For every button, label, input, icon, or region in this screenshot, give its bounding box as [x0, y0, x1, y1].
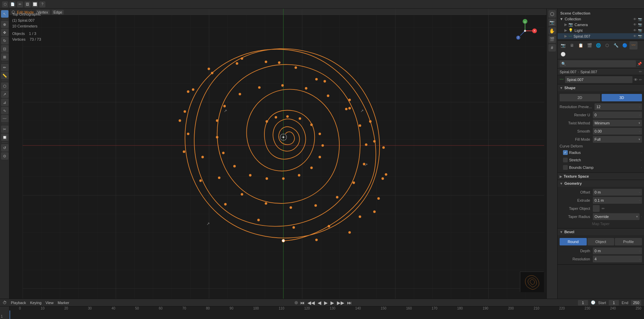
timeline-body[interactable]: 0 10 20 30 40 50 60 70 80 90 100 110 120… — [0, 306, 644, 319]
breadcrumb-item2[interactable]: Spiral.007 — [580, 70, 597, 74]
tool-knife[interactable]: ✂ — [1, 125, 8, 133]
topbar-edit[interactable]: ✏ — [17, 1, 23, 7]
skip-end-btn[interactable]: ⏭ — [346, 300, 353, 305]
geometry-section-header[interactable]: ▼ Geometry — [558, 180, 644, 187]
end-frame-display[interactable]: 250 — [631, 300, 641, 305]
tool-smooth-vertex[interactable]: ⊙ — [1, 152, 8, 160]
stretch-checkbox[interactable] — [563, 158, 568, 162]
tool-extrude[interactable]: ↗ — [1, 91, 8, 98]
tool-transform[interactable]: ⊞ — [1, 53, 8, 61]
taper-object-edit[interactable]: ✏ — [602, 206, 605, 211]
camera-vis-icon[interactable]: 👁 — [633, 23, 637, 26]
play-dot[interactable] — [295, 301, 298, 304]
properties-pin-icon[interactable]: 📌 — [637, 62, 642, 66]
tool-poly-build[interactable]: 🔲 — [1, 134, 8, 141]
prop-icon-view-layer[interactable]: 📋 — [577, 41, 585, 49]
bounds-clamp-checkbox[interactable] — [563, 165, 568, 170]
radius-checkbox[interactable]: ✓ — [563, 150, 568, 155]
viewport-tool-grid[interactable]: # — [548, 44, 556, 52]
tool-select[interactable]: ↖ — [1, 10, 8, 18]
topbar-help[interactable]: ? — [39, 1, 45, 7]
next-keyframe-btn[interactable]: ▶ — [330, 300, 335, 305]
tool-scale[interactable]: ⊡ — [1, 45, 8, 53]
prev-frame-btn[interactable]: ◀◀ — [307, 300, 316, 305]
tool-move[interactable]: ✥ — [1, 29, 8, 36]
spiral-render-icon[interactable]: 📷 — [638, 34, 642, 38]
timeline-keying-menu[interactable]: Keying — [30, 301, 42, 305]
topbar-file[interactable]: 📄 — [9, 1, 16, 7]
tool-loop-cut[interactable]: 〰 — [1, 115, 8, 122]
prop-icon-scene[interactable]: 🎬 — [585, 41, 593, 49]
prop-icon-data[interactable]: 〰 — [629, 41, 638, 49]
bevel-depth-value[interactable]: 0 m· — [593, 247, 642, 254]
outliner-light[interactable]: ▶ 💡 Light 👁 📷 — [558, 27, 644, 33]
tool-bevel[interactable]: ∿ — [1, 107, 8, 114]
visibility-icon[interactable]: 👁 — [633, 17, 637, 21]
outliner-camera[interactable]: ▶ 📷 Camera 👁 📷 — [558, 22, 644, 27]
tool-add-cube[interactable]: ⬡ — [1, 82, 8, 90]
tool-inset[interactable]: ⊿ — [1, 99, 8, 106]
smooth-value[interactable]: 0.00· — [593, 128, 642, 135]
properties-search-input[interactable] — [560, 60, 636, 67]
viewport-tool-zoom-extent[interactable]: ⬡ — [548, 10, 556, 18]
spiral-vis-icon[interactable]: 👁 — [633, 34, 637, 38]
prop-icon-modifier[interactable]: 🔧 — [612, 41, 620, 49]
outliner-spiral[interactable]: ▶ 〰 Spiral.007 👁 📷 — [558, 33, 644, 39]
taper-radius-dropdown[interactable]: Override ▾ — [593, 213, 640, 220]
light-render-icon[interactable]: 📷 — [638, 28, 642, 32]
breadcrumb-item1[interactable]: Spiral.007 — [560, 70, 577, 74]
twist-method-dropdown[interactable]: Minimum ▾ — [593, 120, 642, 126]
object-name-input[interactable] — [565, 76, 632, 83]
mode-3d-btn[interactable]: 3D — [602, 94, 642, 101]
tool-measure[interactable]: 📏 — [1, 72, 8, 79]
extrude-value[interactable]: 0.1 m· — [593, 197, 642, 204]
topbar-render[interactable]: 🖼 — [24, 1, 31, 7]
bevel-section-header[interactable]: ▼ Bevel — [558, 228, 644, 235]
blender-icon[interactable]: ⬡ — [2, 1, 8, 7]
texture-space-header[interactable]: ▶ Texture Space — [558, 173, 644, 180]
fill-mode-dropdown[interactable]: Full ▾ — [593, 136, 642, 143]
viewport-tool-render[interactable]: 🎬 — [548, 36, 556, 43]
render-u-value[interactable]: 0· — [593, 112, 642, 118]
tool-spin[interactable]: ↺ — [1, 144, 8, 152]
timeline-view-menu[interactable]: View — [45, 301, 54, 305]
bevel-profile-btn[interactable]: Profile — [615, 238, 642, 245]
mode-2d-btn[interactable]: 2D — [560, 94, 600, 101]
start-frame-display[interactable]: 1 — [609, 300, 619, 305]
prev-keyframe-btn[interactable]: ◀ — [317, 300, 322, 305]
taper-object-box[interactable] — [593, 205, 600, 212]
outliner-collection[interactable]: ▼ Collection 👁 📷 — [558, 16, 644, 22]
tool-cursor[interactable]: ⊕ — [1, 21, 8, 28]
viewport-tool-camera[interactable]: 📷 — [548, 19, 556, 26]
tool-rotate[interactable]: ↻ — [1, 37, 8, 44]
resolution-preview-value[interactable]: 12· — [595, 103, 642, 110]
prop-icon-render[interactable]: 📷 — [559, 41, 567, 49]
fake-checkbox-visibility[interactable]: 👁 — [634, 78, 638, 82]
current-frame-display[interactable]: 1 — [578, 300, 588, 305]
topbar-window[interactable]: ⬜ — [32, 1, 38, 7]
object-name-edit-icon[interactable]: ✏ — [639, 78, 642, 82]
shape-section-header[interactable]: ▼ Shape — [558, 84, 644, 91]
breadcrumb-edit-icon[interactable]: ✏ — [639, 69, 642, 74]
tool-annotate[interactable]: ✏ — [1, 64, 8, 71]
timeline-track[interactable]: 0 10 20 30 40 50 60 70 80 90 100 110 120… — [9, 306, 644, 319]
skip-start-btn[interactable]: ⏮ — [299, 300, 305, 305]
bevel-resolution-value[interactable]: 4· — [593, 256, 642, 262]
prop-icon-material[interactable]: ⚪ — [559, 50, 567, 58]
prop-icon-object[interactable]: ⬡ — [603, 41, 611, 49]
bevel-object-btn[interactable]: Object — [587, 238, 615, 245]
prop-icon-output[interactable]: 🖥 — [568, 41, 576, 49]
camera-render-icon[interactable]: 📷 — [638, 23, 642, 26]
axis-gizmo[interactable]: Y X Z — [513, 19, 537, 43]
viewport-tool-grab[interactable]: ✋ — [548, 27, 556, 35]
prop-icon-world[interactable]: 🌐 — [594, 41, 602, 49]
play-btn[interactable]: ▶ — [323, 300, 328, 305]
offset-value[interactable]: 0 m· — [593, 189, 642, 196]
next-frame-btn[interactable]: ▶▶ — [336, 300, 345, 305]
viewport[interactable]: ⬡ Edit Mode Vertex Edge — [9, 9, 557, 299]
timeline-marker-menu[interactable]: Marker — [58, 301, 69, 305]
timeline-playback-menu[interactable]: Playback — [11, 301, 26, 305]
render-icon[interactable]: 📷 — [638, 17, 642, 21]
prop-icon-shader[interactable]: 🔵 — [621, 41, 629, 49]
light-vis-icon[interactable]: 👁 — [633, 28, 637, 32]
